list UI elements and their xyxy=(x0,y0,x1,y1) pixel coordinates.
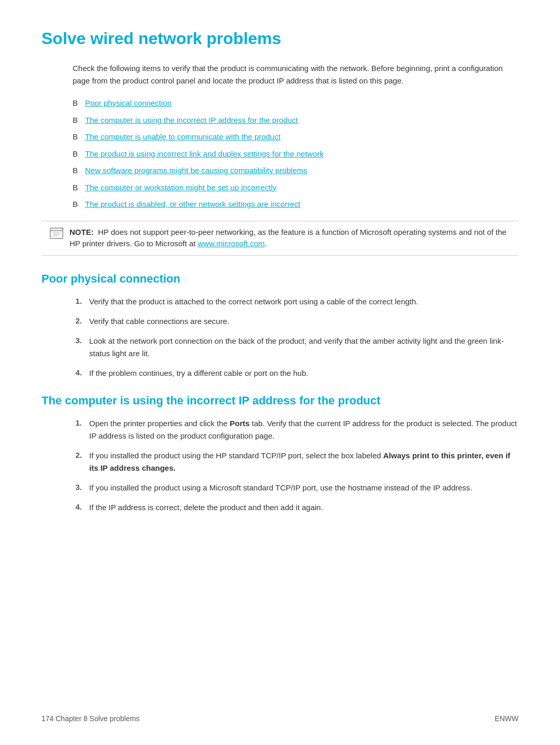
intro-paragraph: Check the following items to verify that… xyxy=(73,62,519,87)
step-item: 4. If the problem continues, try a diffe… xyxy=(73,367,519,379)
bullet: B xyxy=(73,131,79,143)
step-text: Open the printer properties and click th… xyxy=(89,417,519,442)
section-incorrect-ip: The computer is using the incorrect IP a… xyxy=(41,392,519,514)
note-link[interactable]: www.microsoft.com xyxy=(198,239,264,248)
list-item: B The product is disabled, or other netw… xyxy=(73,199,519,210)
bullet: B xyxy=(73,97,79,109)
step-item: 2. Verify that cable connections are sec… xyxy=(73,315,519,328)
toc-link-link-duplex[interactable]: The product is using incorrect link and … xyxy=(85,148,324,160)
page-title: Solve wired network problems xyxy=(41,26,519,51)
footer-left: 174 Chapter 8 Solve problems xyxy=(41,713,139,724)
step-number: 1. xyxy=(73,417,82,429)
steps-list-incorrect-ip: 1. Open the printer properties and click… xyxy=(73,417,519,514)
step-number: 2. xyxy=(73,449,82,461)
step-text: Verify that cable connections are secure… xyxy=(89,315,229,328)
list-item: B The computer or workstation might be s… xyxy=(73,182,519,194)
step-item: 1. Open the printer properties and click… xyxy=(73,417,519,442)
step-text: If you installed the product using a Mic… xyxy=(89,482,472,494)
bullet: B xyxy=(73,199,79,210)
step-number: 2. xyxy=(73,315,82,327)
step-number: 4. xyxy=(73,367,82,379)
list-item: B The computer is unable to communicate … xyxy=(73,131,519,143)
step-item: 1. Verify that the product is attached t… xyxy=(73,296,519,308)
note-label: NOTE: xyxy=(69,228,94,236)
list-item: B Poor physical connection xyxy=(73,97,519,109)
step-number: 3. xyxy=(73,335,82,347)
step-item: 2. If you installed the product using th… xyxy=(73,449,519,474)
toc-link-unable-communicate[interactable]: The computer is unable to communicate wi… xyxy=(85,131,281,143)
section-poor-physical: Poor physical connection 1. Verify that … xyxy=(41,270,519,379)
step-number: 3. xyxy=(73,482,82,494)
step-text: Look at the network port connection on t… xyxy=(89,335,519,360)
list-item: B The computer is using the incorrect IP… xyxy=(73,115,519,126)
footer-right: ENWW xyxy=(495,713,519,724)
toc-link-poor-physical[interactable]: Poor physical connection xyxy=(85,97,172,109)
step-text: If you installed the product using the H… xyxy=(89,449,519,474)
section-title-poor-physical: Poor physical connection xyxy=(41,270,519,287)
step-item: 3. If you installed the product using a … xyxy=(73,482,519,494)
step-text: If the problem continues, try a differen… xyxy=(89,367,308,379)
bullet: B xyxy=(73,148,79,160)
step-number: 4. xyxy=(73,501,82,513)
list-item: B The product is using incorrect link an… xyxy=(73,148,519,160)
note-icon xyxy=(49,227,64,240)
step-item: 3. Look at the network port connection o… xyxy=(73,335,519,360)
toc-list: B Poor physical connection B The compute… xyxy=(73,97,519,210)
steps-list-poor-physical: 1. Verify that the product is attached t… xyxy=(73,296,519,379)
note-box: NOTE: HP does not support peer-to-peer n… xyxy=(41,221,519,256)
step-number: 1. xyxy=(73,296,82,307)
svg-rect-0 xyxy=(50,228,63,238)
toc-link-incorrect-ip[interactable]: The computer is using the incorrect IP a… xyxy=(85,115,298,126)
toc-link-software-compat[interactable]: New software programs might be causing c… xyxy=(85,165,307,177)
bullet: B xyxy=(73,165,79,177)
page-footer: 174 Chapter 8 Solve problems ENWW xyxy=(0,713,560,724)
toc-link-workstation-setup[interactable]: The computer or workstation might be set… xyxy=(85,182,276,194)
step-text: Verify that the product is attached to t… xyxy=(89,296,418,308)
bullet: B xyxy=(73,115,79,126)
section-title-incorrect-ip: The computer is using the incorrect IP a… xyxy=(41,392,519,409)
step-item: 4. If the IP address is correct, delete … xyxy=(73,501,519,514)
step-text: If the IP address is correct, delete the… xyxy=(89,501,323,514)
note-body: HP does not support peer-to-peer network… xyxy=(69,228,507,248)
list-item: B New software programs might be causing… xyxy=(73,165,519,177)
note-text: NOTE: HP does not support peer-to-peer n… xyxy=(69,227,511,250)
bullet: B xyxy=(73,182,79,194)
toc-link-disabled[interactable]: The product is disabled, or other networ… xyxy=(85,199,300,210)
